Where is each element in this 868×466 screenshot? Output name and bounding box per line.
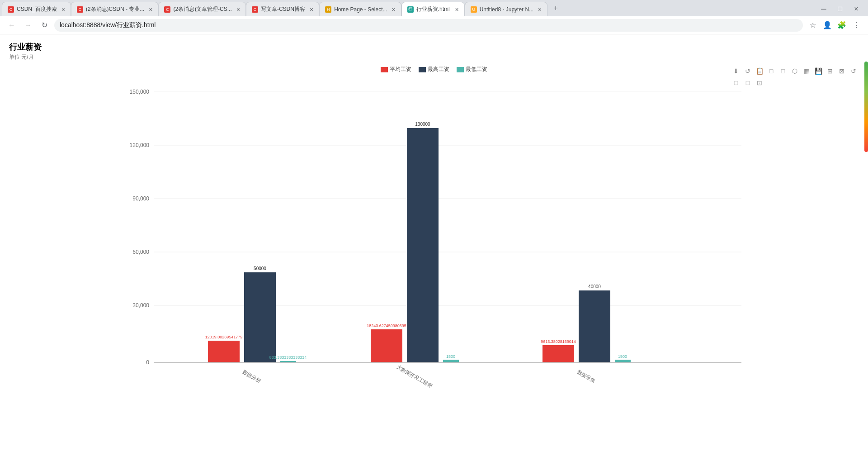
legend-max: 最高工资: [419, 66, 449, 73]
tab-favicon: 行: [407, 6, 414, 13]
echart-toolbar-row2: □ □ ⊡: [731, 77, 859, 88]
bar-group1-min-label: 833.3333333333334: [269, 355, 307, 360]
back-button[interactable]: ←: [5, 19, 18, 32]
tab-favicon: U: [471, 6, 477, 13]
bar-group3-avg: [542, 345, 574, 362]
y-label-60000: 60,000: [132, 249, 149, 255]
tab-favicon: C: [8, 6, 14, 13]
browser-tab-csdn-2[interactable]: C (2条消息)CSDN - 专业... ×: [71, 2, 159, 16]
bar-group1-xlabel: 数据分析: [242, 369, 262, 383]
tab-close-icon[interactable]: ×: [455, 6, 459, 13]
bar-group2-min-label: 1500: [446, 354, 455, 359]
color-indicator: [864, 62, 868, 152]
echart-restore-icon[interactable]: ⬡: [789, 66, 800, 76]
y-label-30000: 30,000: [132, 302, 149, 309]
tab-label: (2条消息)文章管理-CS...: [173, 5, 231, 13]
forward-button[interactable]: →: [22, 19, 34, 32]
tab-close-icon[interactable]: ×: [538, 6, 542, 13]
y-label-0: 0: [146, 359, 149, 366]
tab-close-icon[interactable]: ×: [310, 6, 313, 13]
bar-group3-max-label: 40000: [588, 284, 601, 289]
y-label-120000: 120,000: [130, 142, 150, 148]
bar-group3-min-label: 1500: [618, 354, 627, 359]
tab-favicon: H: [325, 6, 331, 13]
bar-group2-max: [407, 128, 439, 362]
tab-label: CSDN_百度搜索: [17, 5, 57, 13]
page-subtitle: 单位 元/月: [9, 53, 859, 61]
echart-zoom-icon[interactable]: □: [731, 77, 741, 88]
tab-label: Untitled8 - Jupyter N...: [480, 6, 533, 13]
menu-icon[interactable]: ⋮: [850, 19, 863, 32]
url-input[interactable]: [54, 19, 803, 32]
tab-favicon: C: [164, 6, 170, 13]
bar-group3-xlabel: 数据采集: [576, 369, 596, 383]
legend-min: 最低工资: [457, 66, 487, 73]
tab-close-icon[interactable]: ×: [392, 6, 396, 13]
tab-favicon: C: [77, 6, 83, 13]
bar-chart-svg: 150,000 120,000 90,000 60,000 30,000 0: [9, 88, 859, 405]
echart-refresh-icon[interactable]: ↺: [742, 66, 753, 76]
close-button[interactable]: ×: [850, 3, 863, 15]
legend-min-label: 最低工资: [466, 66, 487, 73]
browser-tab-salary[interactable]: 行 行业薪资.html ×: [401, 2, 465, 16]
browser-tab-jupyter[interactable]: U Untitled8 - Jupyter N... ×: [465, 2, 548, 16]
tab-close-icon[interactable]: ×: [149, 6, 152, 13]
bar-group3-max: [579, 290, 610, 362]
echart-bar-icon[interactable]: ▦: [801, 66, 812, 76]
chart-area: 平均工资 最高工资 最低工资 ⬇ ↺ 📋 □ □: [9, 66, 859, 459]
tab-label: (2条消息)CSDN - 专业...: [86, 5, 144, 13]
profile-icon[interactable]: 👤: [821, 19, 834, 32]
browser-toolbar: ☆ 👤 🧩 ⋮: [807, 19, 863, 32]
reload-button[interactable]: ↻: [38, 19, 51, 32]
bar-group2-min: [443, 360, 459, 362]
tab-close-icon[interactable]: ×: [61, 6, 65, 13]
legend-max-color: [419, 67, 426, 72]
tab-label: 写文章-CSDN博客: [261, 5, 305, 13]
page-title: 行业薪资: [9, 42, 859, 52]
maximize-button[interactable]: □: [834, 3, 846, 15]
bar-group1-avg-label: 12019.00269541779: [205, 335, 243, 339]
tab-favicon: C: [252, 6, 258, 13]
echart-box-icon[interactable]: □: [778, 66, 788, 76]
echart-rotate-icon[interactable]: ↺: [848, 66, 859, 76]
echart-download-icon[interactable]: ⬇: [731, 66, 741, 76]
address-bar: ← → ↻ ☆ 👤 🧩 ⋮: [0, 16, 868, 34]
tab-bar: C CSDN_百度搜索 × C (2条消息)CSDN - 专业... × C (…: [0, 0, 868, 16]
tab-label: Home Page - Select...: [334, 6, 387, 13]
tab-close-icon[interactable]: ×: [236, 6, 240, 13]
browser-tab-csdn-3[interactable]: C (2条消息)文章管理-CS... ×: [158, 2, 246, 16]
bar-group3-min: [615, 360, 631, 362]
tab-label: 行业薪资.html: [416, 5, 451, 13]
legend-avg: 平均工资: [381, 66, 411, 73]
echart-save-icon[interactable]: 💾: [813, 66, 824, 76]
extensions-icon[interactable]: 🧩: [835, 19, 848, 32]
legend-min-color: [457, 67, 464, 72]
echart-grid-icon[interactable]: ⊞: [825, 66, 835, 76]
bar-group1-max: [244, 272, 276, 362]
minimize-button[interactable]: ─: [817, 3, 830, 15]
browser-tab-csdn-write[interactable]: C 写文章-CSDN博客 ×: [246, 2, 319, 16]
echart-reset-icon[interactable]: ⊡: [754, 77, 765, 88]
browser-window: C CSDN_百度搜索 × C (2条消息)CSDN - 专业... × C (…: [0, 0, 868, 466]
browser-tab-homepage[interactable]: H Home Page - Select... ×: [319, 2, 401, 16]
browser-tab-csdn-search[interactable]: C CSDN_百度搜索 ×: [2, 2, 71, 16]
bar-group3-avg-label: 9613.38028169014: [541, 339, 576, 344]
echart-rect-icon[interactable]: □: [766, 66, 777, 76]
y-label-90000: 90,000: [132, 195, 149, 202]
chart-legend: 平均工资 最高工资 最低工资: [381, 66, 487, 73]
bar-group2-avg: [371, 329, 402, 362]
echart-cross-icon[interactable]: ⊠: [836, 66, 847, 76]
bookmark-icon[interactable]: ☆: [807, 19, 819, 32]
echart-data-icon[interactable]: 📋: [754, 66, 765, 76]
echart-toolbar: ⬇ ↺ 📋 □ □ ⬡ ▦ 💾 ⊞ ⊠ ↺ □ □ ⊡: [731, 66, 859, 88]
chart-svg-container: 150,000 120,000 90,000 60,000 30,000 0: [9, 88, 859, 459]
echart-pan-icon[interactable]: □: [742, 77, 753, 88]
bar-group1-max-label: 50000: [254, 266, 266, 271]
y-label-150000: 150,000: [130, 89, 150, 95]
bar-group1-avg: [208, 341, 240, 362]
page-content: 行业薪资 单位 元/月 平均工资 最高工资 最低工资: [0, 34, 868, 466]
bar-group2-avg-label: 18243.627450980395: [367, 323, 406, 328]
legend-avg-label: 平均工资: [390, 66, 411, 73]
legend-avg-color: [381, 67, 388, 72]
new-tab-button[interactable]: +: [549, 2, 562, 14]
